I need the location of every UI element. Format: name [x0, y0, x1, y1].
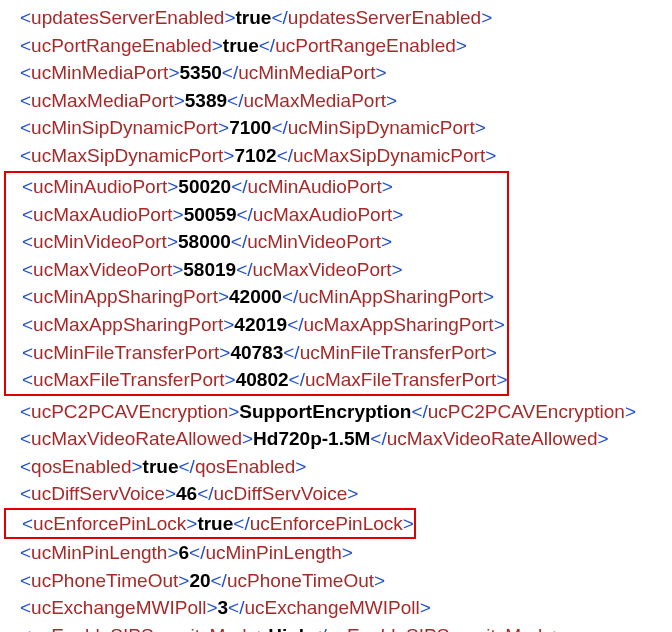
angle-bracket-icon: </	[227, 90, 243, 111]
close-tag: ucMinSipDynamicPort	[288, 117, 475, 138]
angle-bracket-icon: <	[20, 35, 31, 56]
angle-bracket-icon: >	[228, 401, 239, 422]
highlight-box-pinlock: <ucEnforcePinLock>true</ucEnforcePinLock…	[4, 508, 416, 540]
angle-bracket-icon: </	[236, 259, 252, 280]
angle-bracket-icon: <	[22, 176, 33, 197]
open-tag: ucPortRangeEnabled	[31, 35, 212, 56]
open-tag: ucMinVideoPort	[33, 231, 167, 252]
angle-bracket-icon: </	[179, 456, 195, 477]
open-tag: ucEnableSIPSecurityMode	[31, 625, 257, 632]
close-tag: ucMinVideoPort	[247, 231, 381, 252]
angle-bracket-icon: >	[386, 90, 397, 111]
angle-bracket-icon: </	[277, 145, 293, 166]
close-tag: ucPortRangeEnabled	[275, 35, 456, 56]
angle-bracket-icon: </	[411, 401, 427, 422]
angle-bracket-icon: </	[271, 117, 287, 138]
angle-bracket-icon: </	[236, 204, 252, 225]
xml-line-ucMinPinLength: <ucMinPinLength>6</ucMinPinLength>	[4, 539, 668, 567]
angle-bracket-icon: </	[233, 513, 249, 534]
angle-bracket-icon: <	[20, 117, 31, 138]
close-tag: ucMaxMediaPort	[243, 90, 386, 111]
tag-value: 58000	[178, 231, 231, 252]
angle-bracket-icon: </	[231, 176, 247, 197]
angle-bracket-icon: >	[420, 597, 431, 618]
angle-bracket-icon: >	[173, 204, 184, 225]
tag-value: 40783	[230, 342, 283, 363]
xml-line-ucMaxVideoRateAllowed: <ucMaxVideoRateAllowed>Hd720p-1.5M</ucMa…	[4, 425, 668, 453]
angle-bracket-icon: >	[403, 513, 414, 534]
close-tag: ucMinAudioPort	[248, 176, 382, 197]
angle-bracket-icon: >	[167, 542, 178, 563]
angle-bracket-icon: >	[553, 625, 564, 632]
angle-bracket-icon: >	[496, 369, 507, 390]
tag-value: 3	[218, 597, 229, 618]
angle-bracket-icon: </	[197, 483, 213, 504]
xml-line-ucPC2PCAVEncryption: <ucPC2PCAVEncryption>SupportEncryption</…	[4, 398, 668, 426]
xml-line-ucMaxVideoPort: <ucMaxVideoPort>58019</ucMaxVideoPort>	[6, 256, 507, 284]
tag-value: true	[223, 35, 259, 56]
open-tag: ucMinSipDynamicPort	[31, 117, 218, 138]
xml-line-ucExchangeMWIPoll: <ucExchangeMWIPoll>3</ucExchangeMWIPoll>	[4, 594, 668, 622]
tag-value: Hd720p-1.5M	[253, 428, 370, 449]
angle-bracket-icon: >	[375, 62, 386, 83]
angle-bracket-icon: </	[259, 35, 275, 56]
xml-line-updatesServerEnabled: <updatesServerEnabled>true</updatesServe…	[4, 4, 668, 32]
angle-bracket-icon: >	[374, 570, 385, 591]
open-tag: ucPhoneTimeOut	[31, 570, 178, 591]
open-tag: ucMinFileTransferPort	[33, 342, 219, 363]
tag-value: 42019	[234, 314, 287, 335]
close-tag: ucMaxSipDynamicPort	[293, 145, 485, 166]
angle-bracket-icon: <	[20, 145, 31, 166]
angle-bracket-icon: >	[392, 259, 403, 280]
angle-bracket-icon: >	[218, 286, 229, 307]
xml-line-ucEnableSIPSecurityMode: <ucEnableSIPSecurityMode>High</ucEnableS…	[4, 622, 668, 632]
xml-code-block: <updatesServerEnabled>true</updatesServe…	[4, 4, 668, 632]
angle-bracket-icon: >	[483, 286, 494, 307]
tag-value: 5389	[185, 90, 227, 111]
angle-bracket-icon: <	[22, 342, 33, 363]
angle-bracket-icon: >	[257, 625, 268, 632]
angle-bracket-icon: >	[295, 456, 306, 477]
tag-value: 6	[178, 542, 189, 563]
angle-bracket-icon: <	[20, 62, 31, 83]
close-tag: ucMinPinLength	[205, 542, 341, 563]
angle-bracket-icon: <	[20, 542, 31, 563]
angle-bracket-icon: >	[186, 513, 197, 534]
angle-bracket-icon: <	[22, 231, 33, 252]
angle-bracket-icon: </	[211, 570, 227, 591]
tag-value: 7100	[229, 117, 271, 138]
xml-line-qosEnabled: <qosEnabled>true</qosEnabled>	[4, 453, 668, 481]
tag-value: 42000	[229, 286, 282, 307]
xml-line-ucMaxMediaPort: <ucMaxMediaPort>5389</ucMaxMediaPort>	[4, 87, 668, 115]
open-tag: ucMinPinLength	[31, 542, 167, 563]
tag-value: true	[143, 456, 179, 477]
angle-bracket-icon: >	[342, 542, 353, 563]
angle-bracket-icon: <	[20, 597, 31, 618]
angle-bracket-icon: >	[174, 90, 185, 111]
close-tag: ucMaxAudioPort	[253, 204, 392, 225]
close-tag: ucDiffServVoice	[214, 483, 348, 504]
angle-bracket-icon: </	[370, 428, 386, 449]
close-tag: updatesServerEnabled	[288, 7, 481, 28]
angle-bracket-icon: <	[22, 314, 33, 335]
angle-bracket-icon: </	[282, 286, 298, 307]
angle-bracket-icon: <	[20, 456, 31, 477]
angle-bracket-icon: <	[22, 369, 33, 390]
xml-line-ucMaxSipDynamicPort: <ucMaxSipDynamicPort>7102</ucMaxSipDynam…	[4, 142, 668, 170]
close-tag: ucMinAppSharingPort	[298, 286, 483, 307]
angle-bracket-icon: >	[212, 35, 223, 56]
highlight-box-ports: <ucMinAudioPort>50020</ucMinAudioPort><u…	[4, 171, 509, 395]
angle-bracket-icon: >	[218, 117, 229, 138]
tag-value: 46	[176, 483, 197, 504]
xml-line-ucDiffServVoice: <ucDiffServVoice>46</ucDiffServVoice>	[4, 480, 668, 508]
angle-bracket-icon: >	[381, 231, 392, 252]
open-tag: ucMaxAppSharingPort	[33, 314, 223, 335]
tag-value: 58019	[183, 259, 236, 280]
tag-value: true	[236, 7, 272, 28]
open-tag: ucMaxVideoPort	[33, 259, 172, 280]
open-tag: ucMaxAudioPort	[33, 204, 172, 225]
xml-line-ucMinAppSharingPort: <ucMinAppSharingPort>42000</ucMinAppShar…	[6, 283, 507, 311]
angle-bracket-icon: >	[475, 117, 486, 138]
angle-bracket-icon: >	[486, 342, 497, 363]
tag-value: true	[197, 513, 233, 534]
